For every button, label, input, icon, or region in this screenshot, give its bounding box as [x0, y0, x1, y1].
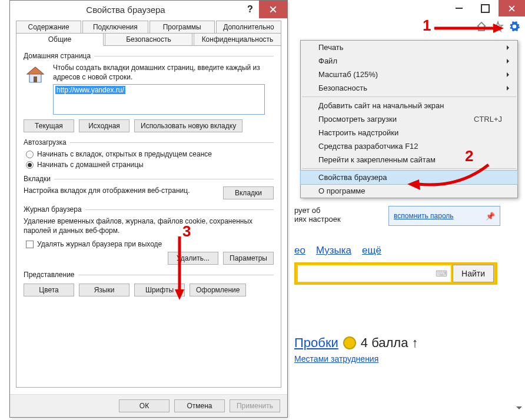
ok-button[interactable]: ОК: [119, 399, 170, 412]
menu-add-start[interactable]: Добавить сайт на начальный экран: [301, 99, 517, 112]
group-appearance-label: Представление: [24, 271, 75, 279]
menu-f12[interactable]: Средства разработчика F12: [301, 139, 517, 153]
group-appearance: Представление Цвета Языки Шрифты Оформле…: [24, 271, 274, 296]
tab-general[interactable]: Общие: [16, 33, 104, 46]
homepage-url-value: http://www.yandex.ru/: [55, 86, 125, 94]
group-tabs: Вкладки Настройка вкладок для отображени…: [24, 175, 274, 199]
tab-privacy[interactable]: Конфиденциальность: [194, 33, 281, 46]
search-bar: ⌨ Найти: [294, 262, 497, 285]
annotation-arrow-3: [174, 236, 185, 303]
window-close-button[interactable]: [499, 0, 525, 16]
gear-icon[interactable]: [509, 21, 520, 32]
window-controls: [446, 0, 525, 16]
group-tabs-label: Вкладки: [24, 175, 51, 183]
radio-icon: [26, 151, 34, 158]
traffic-value: 4 балла ↑: [361, 335, 418, 351]
tab-advanced[interactable]: Дополнительно: [216, 21, 281, 34]
tab-content[interactable]: Содержание: [16, 21, 81, 34]
homepage-url-input[interactable]: http://www.yandex.ru/: [53, 84, 265, 115]
group-startup-label: Автозагрузка: [24, 138, 67, 146]
radio-start-tabs[interactable]: Начинать с вкладок, открытых в предыдуще…: [26, 150, 274, 158]
history-settings-button[interactable]: Параметры: [223, 252, 274, 265]
internet-options-dialog: Свойства браузера ? Содержание Подключен…: [9, 0, 288, 418]
dialog-title: Свойства браузера: [10, 5, 241, 15]
radio-start-home[interactable]: Начинать с домашней страницы: [26, 161, 274, 169]
dialog-titlebar: Свойства браузера ?: [10, 1, 287, 18]
tab-programs[interactable]: Программы: [149, 21, 215, 34]
accessibility-button[interactable]: Оформление: [190, 284, 246, 296]
svg-marker-5: [407, 179, 420, 190]
annotation-arrow-1: [434, 24, 505, 37]
annotation-arrow-2: [406, 162, 494, 193]
page-content: рует об иях настроек ео Музыка ещё ⌨ Най…: [294, 206, 518, 364]
homepage-description: Чтобы создать вкладки домашних страниц, …: [53, 64, 274, 82]
tab-more[interactable]: ещё: [362, 245, 381, 256]
use-current-button[interactable]: Текущая: [24, 119, 74, 132]
tabs-description: Настройка вкладок для отображения веб-ст…: [24, 186, 216, 196]
radio-start-tabs-label: Начинать с вкладок, открытых в предыдуще…: [37, 150, 212, 158]
scrollbar-down-icon[interactable]: [514, 391, 524, 416]
group-history: Журнал браузера Удаление временных файло…: [24, 205, 274, 265]
cancel-button[interactable]: Отмена: [174, 399, 225, 412]
svg-marker-7: [175, 289, 184, 300]
history-description: Удаление временных файлов, журнала, файл…: [24, 217, 274, 235]
checkbox-delete-on-exit[interactable]: Удалять журнал браузера при выходе: [26, 240, 274, 248]
group-history-label: Журнал браузера: [24, 205, 82, 214]
svg-marker-2: [27, 67, 44, 74]
radio-icon: [26, 161, 34, 169]
traffic-widget: Пробки 4 балла ↑: [294, 335, 518, 351]
tabs-row-primary: Общие Безопасность Конфиденциальность: [16, 33, 281, 46]
yandex-tabs: ео Музыка ещё: [294, 245, 518, 256]
group-homepage: Домашняя страница Чтобы создать вкладки …: [24, 52, 274, 132]
menu-print[interactable]: Печать: [301, 41, 517, 54]
tabs-settings-button[interactable]: Вкладки: [223, 186, 274, 199]
help-button[interactable]: ?: [241, 1, 259, 18]
tab-connections[interactable]: Подключения: [82, 21, 148, 34]
home-icon: [24, 64, 47, 87]
svg-marker-4: [493, 24, 504, 33]
maximize-button[interactable]: [472, 0, 499, 16]
svg-rect-1: [34, 76, 37, 82]
apply-button[interactable]: Применить: [230, 399, 280, 412]
menu-zoom[interactable]: Масштаб (125%): [301, 68, 517, 81]
keyboard-icon[interactable]: ⌨: [436, 269, 447, 278]
colors-button[interactable]: Цвета: [24, 284, 74, 296]
traffic-link[interactable]: Пробки: [294, 335, 338, 351]
minimize-button[interactable]: [446, 0, 472, 16]
group-startup: Автозагрузка Начинать с вкладок, открыты…: [24, 138, 274, 169]
group-homepage-label: Домашняя страница: [24, 52, 91, 60]
annotation-number-1: 1: [423, 16, 431, 35]
traffic-light-icon: [343, 336, 356, 349]
annotation-number-2: 2: [465, 147, 473, 165]
tab-panel-general: Домашняя страница Чтобы создать вкладки …: [16, 45, 281, 388]
menu-separator: [302, 96, 516, 97]
radio-start-home-label: Начинать с домашней страницы: [37, 161, 144, 169]
page-text-fragment: иях настроек: [294, 215, 518, 224]
menu-safety[interactable]: Безопасность: [301, 81, 517, 95]
menu-addons[interactable]: Настроить надстройки: [301, 126, 517, 139]
search-button[interactable]: Найти: [453, 265, 494, 282]
languages-button[interactable]: Языки: [79, 284, 129, 296]
tab-video[interactable]: ео: [294, 245, 305, 256]
use-newtab-button[interactable]: Использовать новую вкладку: [134, 119, 242, 132]
tabs-row-secondary: Содержание Подключения Программы Дополни…: [16, 21, 281, 34]
use-default-button[interactable]: Исходная: [79, 119, 129, 132]
menu-file[interactable]: Файл: [301, 54, 517, 68]
dialog-footer: ОК Отмена Применить: [10, 394, 287, 417]
annotation-number-3: 3: [182, 222, 191, 241]
page-text-fragment: рует об: [294, 206, 518, 215]
checkbox-icon: [26, 241, 34, 248]
dialog-close-button[interactable]: [259, 1, 287, 18]
tab-security[interactable]: Безопасность: [105, 33, 192, 46]
search-input[interactable]: ⌨: [298, 265, 451, 282]
traffic-sublink[interactable]: Местами затруднения: [294, 354, 518, 364]
checkbox-delete-on-exit-label: Удалять журнал браузера при выходе: [37, 240, 162, 248]
tab-music[interactable]: Музыка: [316, 245, 351, 256]
menu-downloads[interactable]: Просмотреть загрузкиCTRL+J: [301, 112, 517, 126]
